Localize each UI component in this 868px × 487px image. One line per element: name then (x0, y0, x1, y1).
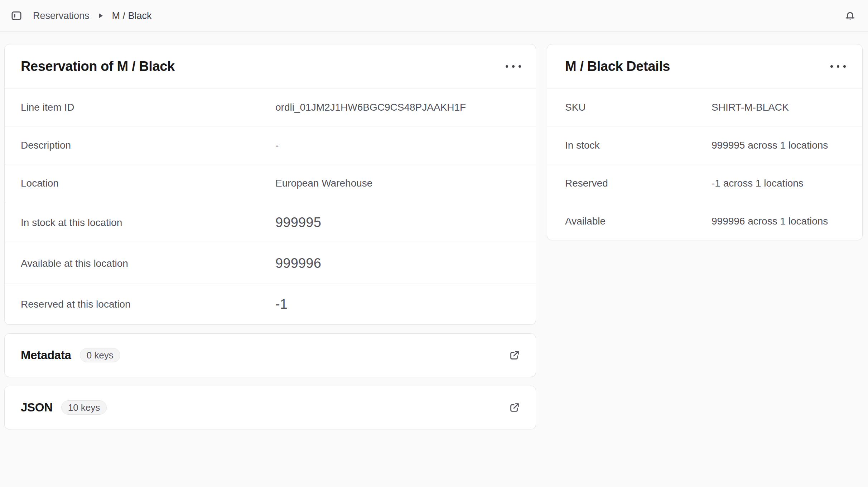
topbar: Reservations M / Black (0, 0, 868, 32)
row-label: Reserved (565, 178, 712, 189)
row-value: SHIRT-M-BLACK (712, 102, 844, 113)
metadata-card: Metadata 0 keys (4, 333, 536, 377)
row-label: Location (21, 178, 275, 189)
breadcrumb-current-page: M / Black (112, 10, 152, 21)
main-column: Reservation of M / Black Line item ID or… (4, 44, 536, 429)
external-link-icon (509, 350, 520, 361)
ellipsis-icon (830, 65, 846, 68)
variant-details-card-header: M / Black Details (547, 44, 862, 88)
table-row-available: Available at this location 999996 (5, 243, 536, 284)
row-label: In stock (565, 140, 712, 151)
table-row-reserved-total: Reserved -1 across 1 locations (547, 164, 862, 202)
row-value: ordli_01JM2J1HW6BGC9CS48PJAAKH1F (275, 102, 520, 113)
json-card: JSON 10 keys (4, 386, 536, 429)
variant-details-menu-button[interactable] (828, 56, 848, 76)
table-row-location: Location European Warehouse (5, 164, 536, 202)
chevron-right-icon (99, 13, 103, 18)
sidebar-toggle-button[interactable] (7, 6, 26, 25)
bell-icon (844, 9, 857, 22)
panel-left-icon (10, 10, 23, 22)
row-label: Description (21, 140, 275, 151)
row-label: Reserved at this location (21, 299, 275, 310)
external-link-icon (509, 402, 520, 413)
table-row-available-total: Available 999996 across 1 locations (547, 202, 862, 240)
json-card-title: JSON (21, 401, 53, 414)
json-keys-badge: 10 keys (61, 400, 107, 415)
table-row-line-item-id: Line item ID ordli_01JM2J1HW6BGC9CS48PJA… (5, 88, 536, 126)
row-label: Available (565, 216, 712, 227)
variant-details-card-title: M / Black Details (565, 59, 670, 74)
table-row-sku: SKU SHIRT-M-BLACK (547, 88, 862, 126)
row-value: 999996 (275, 256, 520, 271)
row-value: -1 across 1 locations (712, 178, 844, 189)
table-row-in-stock-total: In stock 999995 across 1 locations (547, 126, 862, 164)
reservation-card-header: Reservation of M / Black (5, 44, 536, 88)
reservation-card-title: Reservation of M / Black (21, 59, 175, 74)
row-value: 999995 across 1 locations (712, 140, 844, 151)
row-value: -1 (275, 296, 520, 312)
row-label: SKU (565, 102, 712, 113)
breadcrumb-reservations-link[interactable]: Reservations (33, 10, 90, 21)
side-column: M / Black Details SKU SHIRT-M-BLACK In s… (547, 44, 863, 240)
row-label: Available at this location (21, 258, 275, 269)
table-row-in-stock: In stock at this location 999995 (5, 202, 536, 243)
breadcrumb: Reservations M / Black (33, 10, 152, 21)
metadata-card-title: Metadata (21, 348, 71, 362)
reservation-card-menu-button[interactable] (503, 56, 523, 76)
page-content: Reservation of M / Black Line item ID or… (0, 32, 868, 429)
table-row-description: Description - (5, 126, 536, 164)
notifications-button[interactable] (841, 6, 859, 25)
row-value: European Warehouse (275, 178, 520, 189)
row-value: 999995 (275, 215, 520, 230)
table-row-reserved: Reserved at this location -1 (5, 284, 536, 324)
reservation-card: Reservation of M / Black Line item ID or… (4, 44, 536, 325)
row-label: Line item ID (21, 102, 275, 113)
metadata-keys-badge: 0 keys (80, 348, 120, 362)
row-label: In stock at this location (21, 217, 275, 228)
metadata-edit-button[interactable] (505, 346, 524, 365)
row-value: 999996 across 1 locations (712, 216, 844, 227)
variant-details-card: M / Black Details SKU SHIRT-M-BLACK In s… (547, 44, 863, 240)
row-value: - (275, 140, 520, 151)
ellipsis-icon (506, 65, 521, 68)
json-view-button[interactable] (505, 398, 524, 417)
topbar-left: Reservations M / Black (7, 6, 152, 25)
